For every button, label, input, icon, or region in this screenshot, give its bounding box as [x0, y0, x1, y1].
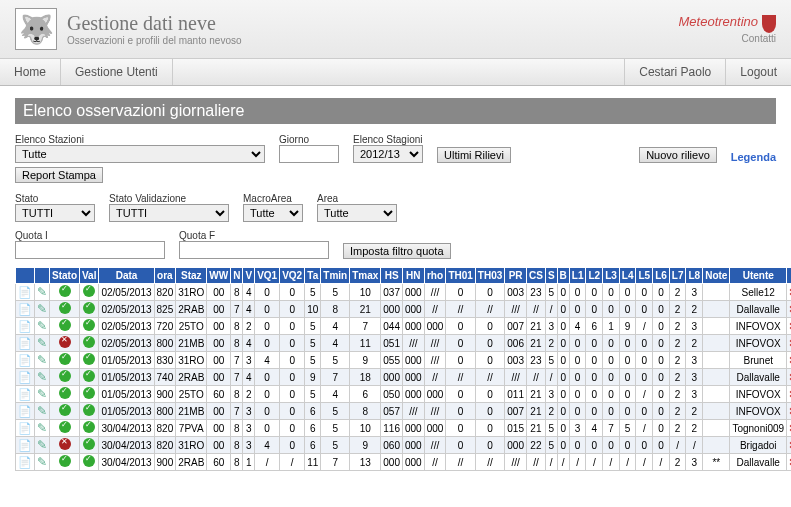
edit-icon[interactable]: ✎ — [37, 285, 47, 299]
col-header[interactable]: CS — [526, 268, 545, 284]
cell-ta: 5 — [305, 284, 321, 301]
view-icon[interactable]: 📄 — [18, 320, 32, 332]
cell-note — [703, 318, 730, 335]
quotaf-input[interactable] — [179, 241, 329, 259]
col-header[interactable]: TH01 — [446, 268, 475, 284]
quotai-input[interactable] — [15, 241, 165, 259]
menu-utenti[interactable]: Gestione Utenti — [61, 59, 173, 85]
col-header[interactable]: HN — [403, 268, 425, 284]
cell-b: 0 — [557, 437, 569, 454]
edit-icon[interactable]: ✎ — [37, 404, 47, 418]
col-header[interactable]: Stato — [50, 268, 80, 284]
edit-icon[interactable]: ✎ — [37, 421, 47, 435]
cell-vq2: 0 — [280, 284, 305, 301]
col-header[interactable]: Val — [80, 268, 99, 284]
col-header[interactable] — [16, 268, 35, 284]
report-button[interactable]: Report Stampa — [15, 167, 103, 183]
legenda-link[interactable]: Legenda — [731, 151, 776, 163]
nuovo-button[interactable]: Nuovo rilievo — [639, 147, 717, 163]
cell-b: 0 — [557, 403, 569, 420]
cell-ora: 720 — [154, 318, 176, 335]
view-icon[interactable]: 📄 — [18, 286, 32, 298]
col-header[interactable]: L7 — [669, 268, 686, 284]
cell-l2: 4 — [586, 420, 603, 437]
cell-hn: 000 — [403, 437, 425, 454]
view-icon[interactable]: 📄 — [18, 456, 32, 468]
edit-icon[interactable]: ✎ — [37, 302, 47, 316]
view-icon[interactable]: 📄 — [18, 422, 32, 434]
menu-logout[interactable]: Logout — [725, 59, 791, 85]
col-header[interactable]: Data — [99, 268, 154, 284]
cell-utente: INFOVOX — [730, 318, 787, 335]
cell-vq2: 0 — [280, 318, 305, 335]
imposta-button[interactable]: Imposta filtro quota — [343, 243, 451, 259]
cell-th01: 0 — [446, 284, 475, 301]
view-icon[interactable]: 📄 — [18, 337, 32, 349]
col-header[interactable]: L8 — [686, 268, 703, 284]
col-header[interactable]: L4 — [619, 268, 636, 284]
edit-icon[interactable]: ✎ — [37, 387, 47, 401]
col-header[interactable]: Ta — [305, 268, 321, 284]
col-header[interactable]: L3 — [603, 268, 620, 284]
view-icon[interactable]: 📄 — [18, 439, 32, 451]
edit-icon[interactable]: ✎ — [37, 319, 47, 333]
edit-icon[interactable]: ✎ — [37, 370, 47, 384]
edit-icon[interactable]: ✎ — [37, 455, 47, 469]
col-header[interactable]: rho — [424, 268, 446, 284]
giorno-input[interactable] — [279, 145, 339, 163]
area-select[interactable]: Tutte — [317, 204, 397, 222]
menu-user[interactable]: Cestari Paolo — [624, 59, 725, 85]
col-header[interactable]: HS — [381, 268, 403, 284]
cell-l4: 5 — [619, 420, 636, 437]
view-icon[interactable]: 📄 — [18, 354, 32, 366]
cell-ta: 6 — [305, 437, 321, 454]
col-header[interactable] — [787, 268, 791, 284]
ultimi-button[interactable]: Ultimi Rilievi — [437, 147, 511, 163]
edit-icon[interactable]: ✎ — [37, 438, 47, 452]
col-header[interactable]: VQ1 — [255, 268, 280, 284]
cell-pr: 007 — [505, 318, 527, 335]
col-header[interactable]: Tmax — [350, 268, 381, 284]
cell-rho: 000 — [424, 420, 446, 437]
col-header[interactable]: B — [557, 268, 569, 284]
menu-home[interactable]: Home — [0, 59, 61, 85]
cell-b: 0 — [557, 420, 569, 437]
col-header[interactable]: WW — [207, 268, 231, 284]
view-icon[interactable]: 📄 — [18, 303, 32, 315]
stazioni-select[interactable]: Tutte — [15, 145, 265, 163]
macro-select[interactable]: Tutte — [243, 204, 303, 222]
col-header[interactable]: V — [243, 268, 255, 284]
col-header[interactable] — [35, 268, 50, 284]
status-ok-icon — [59, 319, 71, 331]
view-icon[interactable]: 📄 — [18, 388, 32, 400]
cell-pr: 003 — [505, 284, 527, 301]
contatti-link[interactable]: Contatti — [679, 33, 777, 44]
col-header[interactable]: ora — [154, 268, 176, 284]
col-header[interactable]: L2 — [586, 268, 603, 284]
col-header[interactable]: S — [545, 268, 557, 284]
status-ok-icon — [59, 370, 71, 382]
view-icon[interactable]: 📄 — [18, 405, 32, 417]
edit-icon[interactable]: ✎ — [37, 336, 47, 350]
edit-icon[interactable]: ✎ — [37, 353, 47, 367]
statoval-select[interactable]: TUTTI — [109, 204, 229, 222]
stagioni-select[interactable]: 2012/13 — [353, 145, 423, 163]
col-header[interactable]: Note — [703, 268, 730, 284]
col-header[interactable]: TH03 — [475, 268, 504, 284]
col-header[interactable]: Tmin — [321, 268, 350, 284]
col-header[interactable]: N — [231, 268, 243, 284]
cell-v: 2 — [243, 386, 255, 403]
col-header[interactable]: L1 — [569, 268, 586, 284]
view-icon[interactable]: 📄 — [18, 371, 32, 383]
cell-th01: // — [446, 454, 475, 471]
col-header[interactable]: VQ2 — [280, 268, 305, 284]
macro-label: MacroArea — [243, 193, 303, 204]
col-header[interactable]: Staz — [176, 268, 207, 284]
stato-select[interactable]: TUTTI — [15, 204, 95, 222]
col-header[interactable]: Utente — [730, 268, 787, 284]
stazioni-label: Elenco Stazioni — [15, 134, 265, 145]
col-header[interactable]: PR — [505, 268, 527, 284]
col-header[interactable]: L5 — [636, 268, 653, 284]
col-header[interactable]: L6 — [653, 268, 670, 284]
cell-n: 8 — [231, 437, 243, 454]
